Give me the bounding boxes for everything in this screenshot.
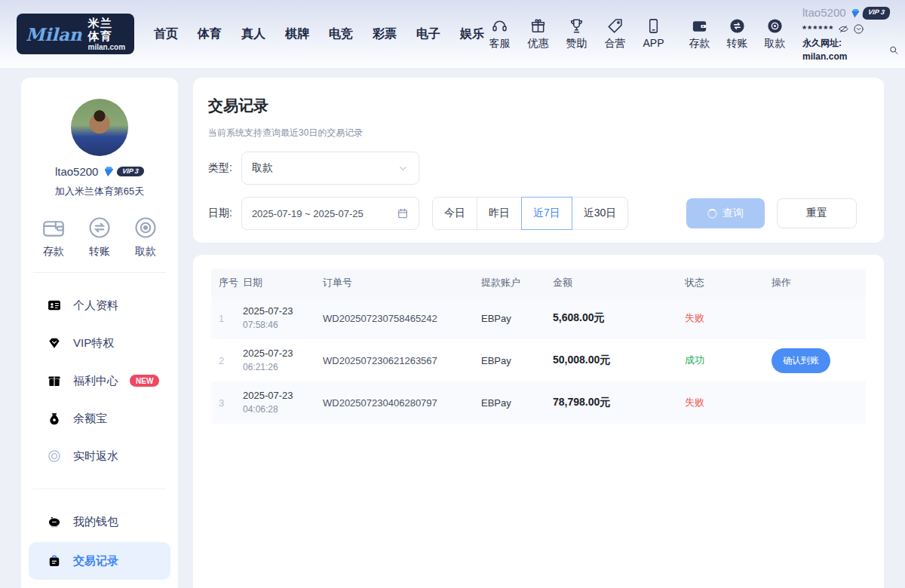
nav-item[interactable]: 电竞 [329,26,353,42]
sidebar-item-bets[interactable]: 投注记录 [21,581,178,588]
col-header-account: 提款账户 [481,276,553,289]
header-right: 客服 优惠 赞助 合营 [484,5,905,63]
range-7days-button[interactable]: 近7日 [521,197,572,230]
row-status: 失败 [685,396,772,409]
vip-diamond-icon [850,8,861,19]
range-30days-button[interactable]: 近30日 [572,197,629,230]
confirm-received-button[interactable]: 确认到账 [772,348,830,373]
icon-label: 取款 [765,37,786,51]
eye-off-icon[interactable] [838,23,849,35]
trophy-icon [568,17,585,35]
reset-button[interactable]: 重置 [777,198,857,228]
brand-logo[interactable]: Milan 米兰体育 milan.com [17,14,134,54]
chevron-down-icon [397,163,409,174]
sidebar-item-transactions[interactable]: 交易记录 [29,542,170,580]
row-status: 失败 [685,311,772,325]
date-range-input[interactable]: 2025-07-19 ~ 2025-07-25 [241,197,419,230]
wallet-outline-icon [41,215,66,240]
row-date-time: 07:58:46 [243,319,323,332]
nav-item[interactable]: 彩票 [373,26,397,42]
sidebar-item-wallet[interactable]: 我的钱包 [21,503,178,541]
sidebar-username: ltao5200 [55,165,99,178]
deposit-button[interactable]: 存款 [684,17,715,51]
top-header: Milan 米兰体育 milan.com 首页体育真人棋牌电竞彩票电子娱乐 客服… [0,0,905,68]
main-content: 交易记录 当前系统支持查询最近30日的交易记录 类型: 取款 日期: 2025-… [193,78,884,588]
col-header-status: 状态 [685,276,772,289]
sidebar-withdraw-button[interactable]: 取款 [133,215,158,259]
sidebar-item-profile[interactable]: 个人资料 [21,286,178,324]
brand-domain: milan.com [88,43,125,52]
sidebar-item-benefits[interactable]: 福利中心 NEW [21,362,178,400]
nav-item[interactable]: 电子 [416,26,440,42]
query-button-label: 查询 [722,207,744,220]
sidebar-deposit-button[interactable]: 存款 [41,215,66,259]
nav-item[interactable]: 棋牌 [285,26,309,42]
sidebar-avatar[interactable] [71,99,128,156]
masked-balance: ****** [802,22,834,37]
type-label: 类型: [208,161,232,175]
sidebar-item-yuebao[interactable]: 余额宝 [21,400,178,437]
sidebar-item-label: 实时返水 [73,449,118,464]
partner-button[interactable]: 合营 [600,17,630,51]
row-date-day: 2025-07-23 [243,347,323,361]
icon-label: 存款 [689,37,710,51]
range-today-button[interactable]: 今日 [432,197,477,230]
withdraw-button[interactable]: 取款 [759,17,790,51]
chevron-circle-icon[interactable] [853,23,864,35]
quick-action-label: 转账 [89,245,110,259]
date-label: 日期: [208,207,232,220]
quick-action-label: 取款 [135,245,156,259]
row-withdraw-account: EBPay [481,355,553,366]
date-range-presets: 今日 昨日 近7日 近30日 [432,197,628,230]
sidebar-item-vip[interactable]: VIP特权 [21,324,178,362]
brand-logo-script: Milan [26,26,82,43]
wallet-filled-icon [691,17,708,35]
nav-item[interactable]: 体育 [198,26,222,42]
nav-item[interactable]: 首页 [154,26,178,42]
row-amount: 5,608.00元 [553,311,685,325]
col-header-amount: 金额 [553,276,685,289]
icon-label: 合营 [605,37,626,51]
sidebar-item-rebate[interactable]: 实时返水 [21,437,178,475]
date-filter-row: 日期: 2025-07-19 ~ 2025-07-25 今日 昨日 近7日 近3… [208,197,869,230]
vip-diamond-icon [103,165,115,178]
app-download-button[interactable]: APP [638,17,669,51]
col-header-index: 序号 [211,276,243,289]
calendar-icon [397,207,409,219]
promo-button[interactable]: 优惠 [523,17,554,51]
loading-spinner-icon [707,209,717,219]
row-index: 3 [211,397,243,409]
quick-action-label: 存款 [43,245,64,259]
row-date-day: 2025-07-23 [243,305,323,319]
sponsor-button[interactable]: 赞助 [561,17,592,51]
magnifier-icon[interactable] [888,44,899,56]
transfer-button[interactable]: 转账 [722,17,753,51]
records-table-card: 序号 日期 订单号 提款账户 金额 状态 操作 1 2025-07-23 07:… [193,255,884,588]
customer-service-button[interactable]: 客服 [484,17,515,51]
sidebar-item-label: 交易记录 [73,554,118,568]
query-button[interactable]: 查询 [686,198,765,228]
sidebar-transfer-button[interactable]: 转账 [87,215,112,259]
nav-item[interactable]: 真人 [241,26,265,42]
row-action-cell: 确认到账 [772,348,866,373]
page-subtitle: 当前系统支持查询最近30日的交易记录 [208,127,869,139]
row-date: 2025-07-23 04:06:28 [243,389,323,416]
vip-badge: VIP 3 [850,7,890,20]
row-amount: 78,798.00元 [553,396,685,409]
col-header-action: 操作 [772,276,866,289]
range-yesterday-button[interactable]: 昨日 [477,197,522,230]
diamond-icon [47,335,62,351]
user-info-block[interactable]: ltao5200 VIP 3 ****** 永久网址: milan.com [802,5,899,63]
row-date-time: 06:21:26 [243,361,323,374]
transfer-filled-icon [729,17,746,35]
icon-label: 优惠 [528,37,549,51]
table-header-row: 序号 日期 订单号 提款账户 金额 状态 操作 [211,268,866,297]
main-nav: 首页体育真人棋牌电竞彩票电子娱乐 [154,26,484,42]
type-select[interactable]: 取款 [241,152,419,185]
row-date-day: 2025-07-23 [243,389,323,403]
piggy-bank-icon [47,514,62,529]
table-row: 3 2025-07-23 04:06:28 WD2025072304062807… [211,381,866,424]
type-select-value: 取款 [252,161,273,175]
transfer-outline-icon [87,215,112,240]
nav-item[interactable]: 娱乐 [460,26,484,42]
